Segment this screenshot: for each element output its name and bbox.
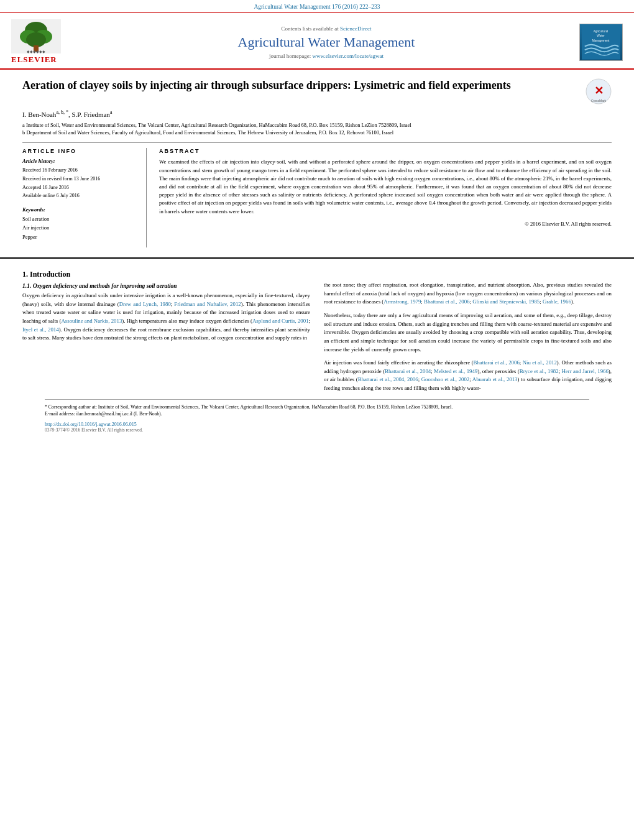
- col-right: the root zone; they affect respiration, …: [324, 265, 612, 393]
- ref-bhattarai2[interactable]: Bhattarai et al., 2006: [474, 359, 520, 366]
- body-para1: Oxygen deficiency in agricultural soils …: [22, 292, 310, 343]
- ref-herr[interactable]: Herr and Jarrel, 1966: [562, 368, 609, 374]
- svg-text:CrossMark: CrossMark: [591, 99, 607, 103]
- footnote-star: * Corresponding author at: Institute of …: [45, 404, 589, 411]
- article-title-area: Aeration of clayey soils by injecting ai…: [22, 78, 612, 104]
- svg-text:✕: ✕: [594, 85, 604, 97]
- elsevier-tree-icon: ◆◆◆◆◆◆: [11, 19, 61, 53]
- ref-abuarab[interactable]: Abuarab et al., 2013: [472, 376, 518, 382]
- elsevier-logo: ◆◆◆◆◆◆ ELSEVIER: [11, 19, 86, 65]
- affiliation-b: b Department of Soil and Water Sciences,…: [22, 129, 612, 137]
- journal-title: Agricultural Water Management: [86, 34, 567, 50]
- abstract-text: We examined the effects of air injection…: [159, 158, 612, 215]
- article-info: ARTICLE INFO Article history: Received 1…: [22, 148, 147, 247]
- journal-bar: Agricultural Water Management 176 (2016)…: [0, 0, 634, 13]
- col-left: 1. Introduction 1.1. Oxygen deficiency a…: [22, 265, 310, 393]
- journal-homepage-link[interactable]: www.elsevier.com/locate/agwat: [313, 53, 384, 59]
- crossmark-icon: ✕ CrossMark: [586, 78, 612, 104]
- header-logo-right: Agricultural Water Management: [567, 24, 623, 61]
- authors: I. Ben-Noaha, b, *, S.P. Friedmana: [22, 109, 612, 118]
- ref-friedman[interactable]: Friedman and Naftaliev, 2012: [174, 301, 241, 307]
- journal-citation: Agricultural Water Management 176 (2016)…: [254, 4, 380, 10]
- main-body: 1. Introduction 1.1. Oxygen deficiency a…: [0, 257, 634, 439]
- elsevier-label: ELSEVIER: [11, 55, 57, 65]
- ref-grable[interactable]: Grable, 1966: [543, 298, 571, 305]
- contents-line: Contents lists available at ScienceDirec…: [86, 25, 567, 32]
- abstract-title: ABSTRACT: [159, 148, 612, 154]
- svg-text:Agricultural: Agricultural: [594, 29, 609, 32]
- header-center: Contents lists available at ScienceDirec…: [86, 25, 567, 59]
- section1-heading: 1. Introduction: [22, 270, 310, 279]
- footnote-area: * Corresponding author at: Institute of …: [45, 399, 589, 433]
- subsection1-heading: 1.1. Oxygen deficiency and methods for i…: [22, 283, 310, 289]
- page: Agricultural Water Management 176 (2016)…: [0, 0, 634, 840]
- ref-armstrong[interactable]: Armstrong, 1979: [384, 298, 421, 305]
- license-line: 0378-3774/© 2016 Elsevier B.V. All right…: [45, 427, 589, 433]
- svg-text:◆◆◆◆◆◆: ◆◆◆◆◆◆: [27, 50, 45, 53]
- awm-logo-svg: Agricultural Water Management: [582, 24, 620, 60]
- history-label: Article history:: [22, 158, 137, 164]
- header-area: ◆◆◆◆◆◆ ELSEVIER Contents lists available…: [0, 13, 634, 70]
- ref-ityel[interactable]: Ityel et al., 2014: [22, 326, 59, 333]
- keywords-label: Keywords:: [22, 206, 137, 213]
- ref-melsted[interactable]: Melsted et al., 1949: [434, 368, 477, 374]
- svg-text:Management: Management: [592, 39, 610, 42]
- ref-drew-lynch[interactable]: Drew and Lynch, 1980: [119, 301, 171, 307]
- ref-niu[interactable]: Niu et al., 2012: [523, 359, 557, 366]
- body-para-right1: the root zone; they affect respiration, …: [324, 281, 612, 307]
- ref-bhattarai4[interactable]: Bhattarai et al., 2004, 2006: [358, 376, 418, 382]
- ref-glinski[interactable]: Glinski and Stepniewski, 1985: [472, 298, 540, 305]
- keywords-list: Soil aeration Air injection Pepper: [22, 215, 137, 241]
- svg-point-4: [26, 32, 46, 47]
- email-link[interactable]: ilan.bennoah@mail.huji.ac.il: [76, 411, 132, 417]
- article-title: Aeration of clayey soils by injecting ai…: [22, 78, 579, 93]
- doi-line: http://dx.doi.org/10.1016/j.agwat.2016.0…: [45, 422, 589, 427]
- affiliations: a Institute of Soil, Water and Environme…: [22, 122, 612, 137]
- body-para-right2: Nonetheless, today there are only a few …: [324, 312, 612, 354]
- body-para-right3: Air injection was found fairly effective…: [324, 359, 612, 393]
- affiliation-a: a Institute of Soil, Water and Environme…: [22, 122, 612, 129]
- ref-bryce[interactable]: Bryce et al., 1982: [520, 368, 559, 374]
- ref-assouline[interactable]: Assouline and Narkis, 2013: [61, 318, 122, 324]
- article-info-title: ARTICLE INFO: [22, 148, 137, 154]
- history-group: Article history: Received 16 February 20…: [22, 158, 137, 200]
- keywords-group: Keywords: Soil aeration Air injection Pe…: [22, 206, 137, 241]
- info-abstract-area: ARTICLE INFO Article history: Received 1…: [22, 148, 612, 247]
- divider: [22, 142, 612, 143]
- awm-logo-icon: Agricultural Water Management: [579, 24, 623, 61]
- ref-goorahoo[interactable]: Goorahoo et al., 2002: [421, 376, 470, 382]
- ref-asplund[interactable]: Asplund and Curtis, 2001: [252, 318, 309, 324]
- abstract-area: ABSTRACT We examined the effects of air …: [159, 148, 612, 247]
- svg-text:Water: Water: [597, 34, 605, 37]
- doi-link[interactable]: http://dx.doi.org/10.1016/j.agwat.2016.0…: [45, 422, 137, 427]
- ref-bhattarai3[interactable]: Bhattarai et al., 2004: [385, 368, 431, 374]
- two-column-body: 1. Introduction 1.1. Oxygen deficiency a…: [22, 265, 612, 393]
- footnote-email: E-mail address: ilan.bennoah@mail.huji.a…: [45, 410, 589, 418]
- ref-bhattarai1[interactable]: Bhattarai et al., 2006: [424, 298, 470, 305]
- copyright-line: © 2016 Elsevier B.V. All rights reserved…: [159, 221, 612, 227]
- journal-homepage: journal homepage: www.elsevier.com/locat…: [86, 53, 567, 59]
- received-date: Received 16 February 2016 Received in re…: [22, 166, 137, 200]
- article-content: Aeration of clayey soils by injecting ai…: [0, 70, 634, 254]
- sciencedirect-link[interactable]: ScienceDirect: [340, 25, 371, 32]
